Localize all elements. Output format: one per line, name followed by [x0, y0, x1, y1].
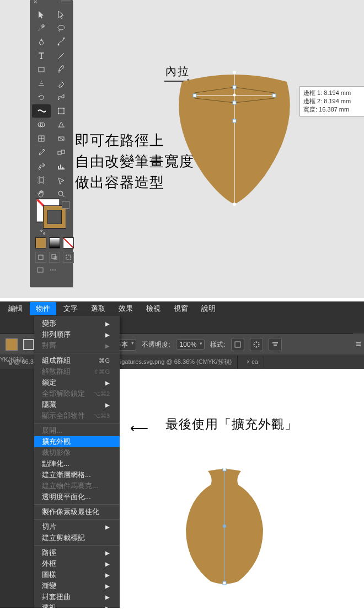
menuitem-排列順序[interactable]: 排列順序▶ — [34, 329, 120, 340]
draw-normal-icon[interactable] — [35, 252, 46, 263]
close-icon[interactable]: ✕ — [33, 0, 38, 5]
menuitem-建立物件馬賽克: 建立物件馬賽克... — [34, 480, 120, 491]
svg-rect-31 — [193, 94, 196, 97]
menuitem-切片[interactable]: 切片▶ — [34, 521, 120, 532]
stroke-color-swatch[interactable] — [23, 339, 34, 350]
svg-rect-19 — [53, 256, 57, 260]
stroke-swatch-icon[interactable] — [43, 205, 66, 229]
column-graph-tool[interactable] — [52, 160, 71, 173]
perspective-grid-tool[interactable] — [52, 118, 71, 131]
svg-rect-20 — [66, 255, 71, 260]
color-mode-icon[interactable] — [35, 237, 46, 248]
menuitem-製作像素級最佳化[interactable]: 製作像素級最佳化 — [34, 506, 120, 517]
rectangle-tool[interactable] — [32, 63, 51, 76]
curvature-tool[interactable] — [52, 35, 71, 49]
gradient-mode-icon[interactable] — [49, 237, 60, 248]
artboard-tool[interactable] — [32, 173, 51, 187]
svg-point-28 — [233, 71, 236, 74]
document-tab[interactable]: × ca — [238, 356, 264, 367]
tools-panel: ✕ — [30, 0, 73, 287]
draw-inside-icon[interactable] — [63, 252, 74, 263]
menuitem-路徑[interactable]: 路徑▶ — [34, 547, 120, 558]
menu-物件[interactable]: 物件 — [30, 302, 56, 315]
align-icon[interactable] — [269, 338, 282, 351]
lasso-tool[interactable] — [52, 22, 71, 35]
menuitem-漸變[interactable]: 漸變▶ — [34, 580, 120, 591]
gradient-tool[interactable] — [52, 132, 71, 145]
free-transform-tool[interactable] — [52, 104, 71, 118]
eraser-tool[interactable] — [52, 77, 71, 90]
drag-handle-icon[interactable] — [61, 1, 71, 3]
recolor-icon[interactable] — [250, 338, 263, 351]
menuitem-封套扭曲[interactable]: 封套扭曲▶ — [34, 591, 120, 602]
paintbrush-tool[interactable] — [52, 63, 71, 76]
menuitem-鎖定[interactable]: 鎖定▶ — [34, 377, 120, 388]
menu-選取[interactable]: 選取 — [85, 302, 111, 315]
document-canvas[interactable] — [120, 369, 364, 608]
menuitem-解散群組: 解散群組⇧⌘G — [34, 366, 120, 377]
menuitem-透視[interactable]: 透視▶ — [34, 602, 120, 608]
preview-mode-label: YK/預視) — [0, 356, 24, 364]
draw-behind-icon[interactable] — [49, 252, 60, 263]
edit-toolbar-row — [35, 265, 58, 275]
blend-tool[interactable] — [52, 146, 71, 159]
menuitem-建立剪裁標記[interactable]: 建立剪裁標記 — [34, 532, 120, 543]
svg-rect-4 — [58, 108, 64, 114]
rotate-tool[interactable] — [32, 91, 51, 104]
menuitem-點陣化[interactable]: 點陣化... — [34, 458, 120, 469]
eyedropper-tool[interactable] — [32, 146, 51, 159]
close-icon[interactable]: × — [247, 359, 250, 365]
menu-效果[interactable]: 效果 — [113, 302, 139, 315]
menu-編輯[interactable]: 編輯 — [2, 302, 29, 315]
svg-rect-13 — [58, 151, 61, 155]
mesh-tool[interactable] — [32, 132, 51, 145]
screen-mode-icon[interactable] — [35, 265, 45, 275]
scale-tool[interactable] — [52, 91, 71, 104]
menuitem-外框[interactable]: 外框▶ — [34, 558, 120, 569]
pen-tool[interactable] — [32, 35, 51, 49]
selection-tool[interactable] — [32, 8, 51, 21]
svg-point-5 — [58, 108, 59, 109]
menuitem-擴充外觀[interactable]: 擴充外觀 — [34, 436, 120, 447]
swap-fill-stroke-icon[interactable] — [39, 229, 45, 235]
edit-toolbar-icon[interactable] — [48, 265, 58, 275]
menuitem-隱藏[interactable]: 隱藏▶ — [34, 399, 120, 410]
svg-point-2 — [63, 38, 65, 39]
menuitem-組成群組[interactable]: 組成群組⌘G — [34, 355, 120, 366]
none-mode-icon[interactable] — [63, 237, 74, 248]
width-tool[interactable] — [32, 104, 51, 118]
shortcut-label: ⌥⌘3 — [93, 412, 110, 420]
fill-color-swatch[interactable] — [6, 338, 18, 351]
symbol-sprayer-tool[interactable] — [32, 160, 51, 173]
style-dropdown[interactable] — [231, 338, 244, 351]
menu-檢視[interactable]: 檢視 — [140, 302, 167, 315]
magic-wand-tool[interactable] — [32, 22, 51, 35]
menu-說明[interactable]: 說明 — [195, 302, 222, 315]
opacity-dropdown[interactable]: 100% — [176, 340, 205, 349]
direct-selection-tool[interactable] — [52, 8, 71, 21]
menuitem-變形[interactable]: 變形▶ — [34, 318, 120, 329]
submenu-arrow-icon: ▶ — [105, 572, 110, 578]
submenu-arrow-icon: ▶ — [105, 402, 110, 408]
svg-rect-48 — [223, 581, 226, 585]
control-bar-overflow[interactable] — [353, 333, 364, 354]
info-line: 寬度: 16.387 mm — [303, 105, 364, 114]
menu-文字[interactable]: 文字 — [57, 302, 84, 315]
shape-builder-tool[interactable] — [32, 118, 51, 131]
shaper-tool[interactable] — [32, 77, 51, 90]
menu-視窗[interactable]: 視窗 — [168, 302, 194, 315]
slice-tool[interactable] — [52, 173, 71, 187]
default-fill-stroke-icon[interactable] — [62, 201, 69, 209]
info-line: 邊框 2: 8.194 mm — [303, 97, 364, 105]
type-tool[interactable] — [32, 49, 51, 62]
svg-point-6 — [63, 108, 65, 109]
shortcut-label: ⇧⌘G — [94, 368, 110, 375]
menuitem-建立漸層網格[interactable]: 建立漸層網格... — [34, 469, 120, 480]
line-segment-tool[interactable] — [52, 49, 71, 62]
submenu-arrow-icon: ▶ — [105, 321, 110, 327]
svg-point-0 — [41, 40, 42, 41]
svg-point-39 — [258, 344, 259, 345]
menuitem-圖樣[interactable]: 圖樣▶ — [34, 569, 120, 580]
menuitem-透明度平面化[interactable]: 透明度平面化... — [34, 491, 120, 502]
submenu-arrow-icon: ▶ — [105, 343, 110, 349]
